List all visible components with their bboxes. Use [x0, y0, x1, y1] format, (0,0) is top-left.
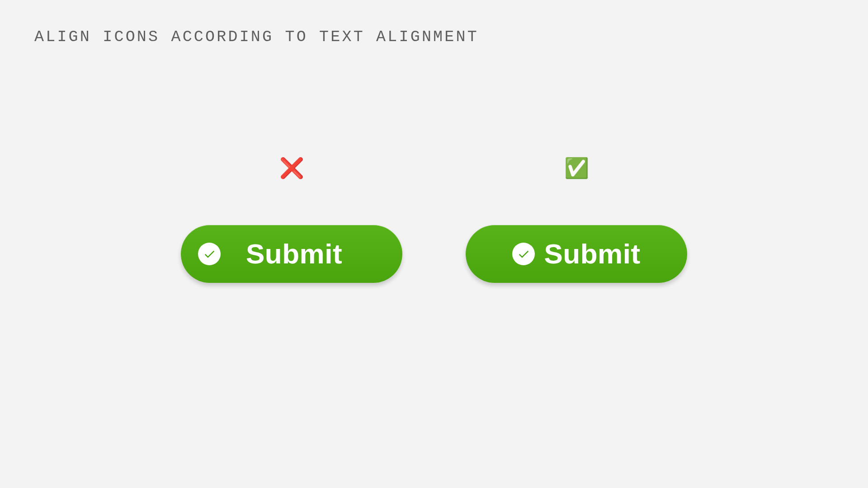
page-title: ALIGN ICONS ACCORDING TO TEXT ALIGNMENT — [34, 28, 479, 46]
right-example: ✅ Submit — [466, 158, 687, 283]
submit-button-right[interactable]: Submit — [466, 225, 687, 283]
check-circle-icon — [198, 243, 221, 265]
check-icon: ✅ — [564, 158, 589, 178]
wrong-example: ❌ Submit — [181, 158, 402, 283]
examples-row: ❌ Submit ✅ Submit — [0, 158, 868, 283]
cross-icon: ❌ — [279, 158, 304, 178]
submit-button-wrong[interactable]: Submit — [181, 225, 402, 283]
submit-button-label: Submit — [544, 240, 640, 268]
submit-button-label: Submit — [246, 240, 342, 268]
check-circle-icon — [512, 243, 535, 265]
